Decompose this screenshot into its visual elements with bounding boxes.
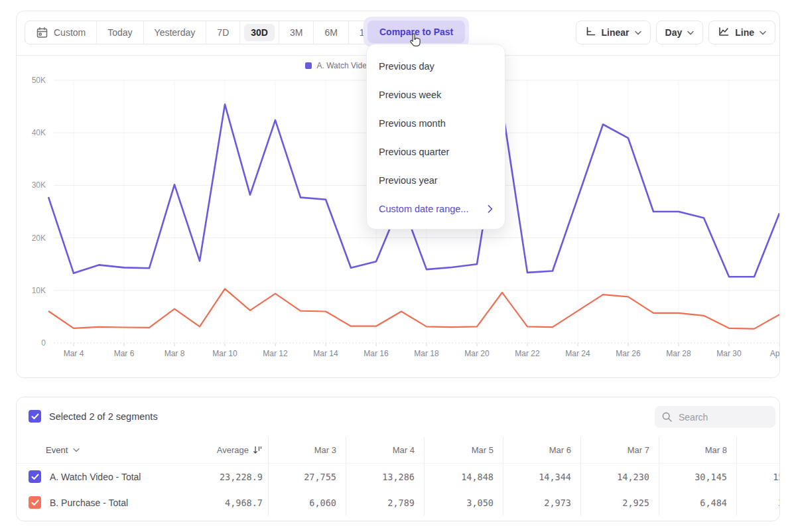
search-icon [661,411,673,423]
average-header-label: Average [217,445,249,455]
y-axis-label: 50K [32,76,46,85]
menu-item-previous-day[interactable]: Previous day [367,52,505,80]
search-input[interactable] [679,412,765,423]
scale-select-label: Linear [602,27,630,38]
analytics-page: 010K20K30K40K50KMar 4Mar 6Mar 8Mar 10Mar… [0,0,796,532]
table-cell-value: 14,848 [424,464,503,490]
table-cell-value: 14,230 [580,464,659,490]
x-axis-label: Mar 22 [515,349,540,358]
range-option-custom[interactable]: Custom [25,21,97,44]
line-chart-icon [718,26,730,39]
x-axis-label: Mar 26 [616,349,641,358]
range-option-3m[interactable]: 3M [279,21,314,44]
table-cell-value: 6,484 [659,490,736,515]
interval-select[interactable]: Day [656,21,704,44]
compare-to-past-button[interactable]: Compare to Past [367,21,465,43]
segment-row-label: B. Purchase - Total [17,490,202,515]
interval-select-label: Day [665,27,683,38]
table-cell-value: 2,925 [580,490,659,515]
calendar-icon [36,27,48,39]
selected-segments-label: Selected 2 of 2 segments [49,411,158,422]
segment-name: B. Purchase - Total [50,498,128,508]
range-option-today[interactable]: Today [97,21,143,44]
column-header-event[interactable]: Event [17,437,202,464]
menu-item-previous-year[interactable]: Previous year [367,166,505,194]
segments-header: Selected 2 of 2 segments [17,397,779,437]
column-header-mar-3: Mar 3 [268,437,346,464]
chevron-down-icon [73,448,80,452]
date-range-group: CustomTodayYesterday7D30D3M6M12M [25,21,389,44]
x-axis-label: Mar 20 [464,349,490,358]
x-axis-label: Apr 1 [770,349,779,358]
scale-select[interactable]: Linear [576,21,651,44]
custom-date-range-label: Custom date range... [379,204,468,214]
menu-item-custom-date-range[interactable]: Custom date range... [367,194,505,223]
compare-to-past-menu: Previous dayPrevious weekPrevious monthP… [366,44,505,230]
table-cell-value: 2,973 [503,490,580,515]
menu-item-previous-month[interactable]: Previous month [367,109,505,137]
segments-card: Selected 2 of 2 segments Event Average M… [16,397,780,521]
chevron-right-icon [488,205,493,213]
y-axis-label: 10K [32,286,46,295]
event-header-label: Event [46,445,68,455]
table-cell-value: 15,600 [736,464,780,490]
table-cell-value: 2,789 [346,490,424,515]
linear-axis-icon [585,26,596,39]
x-axis-label: Mar 4 [64,349,84,358]
compare-to-past-halo: Compare to Past [364,17,469,47]
range-option-6m[interactable]: 6M [314,21,348,44]
column-header-average[interactable]: Average [202,437,268,464]
column-header-mar-7: Mar 7 [580,437,659,464]
table-cell-value: 27,755 [268,464,346,490]
x-axis-label: Mar 12 [263,349,288,358]
range-option-label: 3M [290,27,302,38]
column-header-mar-9: Mar 9 [736,437,780,464]
range-option-label: 7D [217,27,229,38]
menu-item-previous-week[interactable]: Previous week [367,80,505,109]
y-axis-label: 20K [32,233,46,243]
x-axis-label: Mar 24 [565,349,590,358]
check-icon [31,499,39,506]
table-cell-value: 3,050 [424,490,503,515]
column-header-mar-8: Mar 8 [659,437,736,464]
y-axis-label: 40K [32,128,46,137]
range-option-30d[interactable]: 30D [240,21,279,44]
range-option-label: 30D [244,24,275,41]
chevron-down-icon [760,31,766,35]
average-value: 4,968.7 [202,490,268,515]
y-axis-label: 30K [32,180,46,190]
column-header-mar-4: Mar 4 [346,437,424,464]
chevron-down-icon [635,31,641,35]
range-option-7d[interactable]: 7D [206,21,240,44]
average-value: 23,228.9 [202,464,268,490]
table-cell-value: 30,145 [659,464,736,490]
row-checkbox[interactable] [29,470,41,483]
menu-items: Previous dayPrevious weekPrevious monthP… [367,52,505,194]
column-header-mar-6: Mar 6 [503,437,580,464]
row-checkbox[interactable] [29,496,41,509]
range-option-label: Yesterday [155,27,196,38]
table-cell-value: 3,100 [736,490,780,515]
range-option-yesterday[interactable]: Yesterday [144,21,207,44]
segment-name: A. Watch Video - Total [50,472,141,482]
legend-swatch [305,62,312,69]
x-axis-label: Mar 10 [212,349,237,358]
chart-type-select-label: Line [735,27,754,38]
x-axis-label: Mar 14 [313,349,338,358]
chart-display-controls: Linear Day Line [576,21,775,44]
segments-table: Event Average Mar 3Mar 4Mar 5Mar 6Mar 7M… [17,437,780,515]
table-cell-value: 13,286 [346,464,424,490]
chart-type-select[interactable]: Line [708,21,775,44]
x-axis-label: Mar 8 [165,349,185,358]
menu-item-previous-quarter[interactable]: Previous quarter [367,137,505,166]
range-option-label: Today [107,27,132,38]
segment-row-label: A. Watch Video - Total [17,464,202,490]
column-header-mar-5: Mar 5 [424,437,503,464]
check-icon [31,413,39,420]
select-all-checkbox[interactable] [29,410,41,423]
y-axis-label: 0 [41,338,46,348]
table-cell-value: 6,060 [268,490,346,515]
check-icon [31,474,39,480]
range-option-label: Custom [54,27,86,38]
chevron-down-icon [687,31,694,35]
